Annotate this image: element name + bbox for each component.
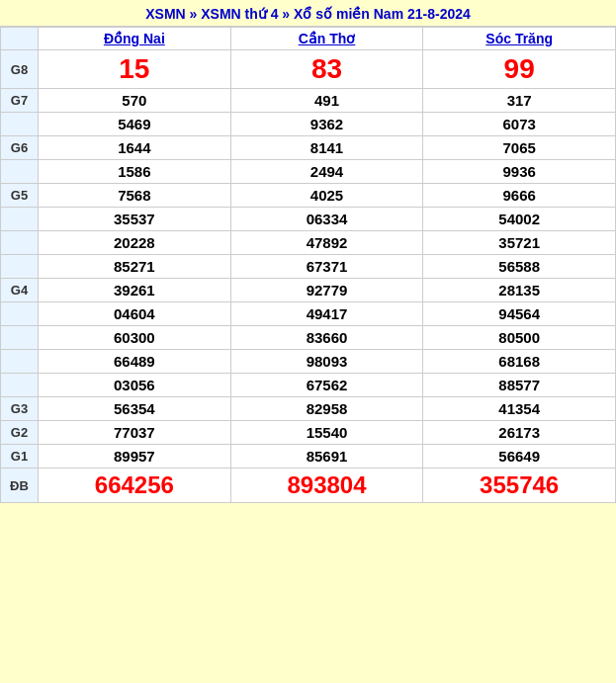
row-label: [1, 255, 39, 279]
row-label: G5: [1, 184, 39, 208]
row-value: 664256: [39, 469, 231, 503]
row-value: 83: [230, 50, 423, 89]
row-value: 39261: [39, 279, 231, 302]
row-label: [1, 302, 39, 326]
row-value: 35537: [39, 208, 231, 231]
row-label: ĐB: [1, 469, 39, 503]
row-value: 1586: [39, 160, 231, 184]
row-value: 8141: [230, 136, 423, 160]
row-label: G1: [1, 445, 39, 469]
table-row: 603008366080500: [1, 326, 616, 350]
row-value: 491: [230, 89, 423, 113]
row-value: 06334: [230, 208, 423, 231]
row-value: 92779: [230, 279, 423, 302]
row-value: 570: [39, 89, 231, 113]
row-value: 94564: [423, 302, 616, 326]
row-value: 80500: [423, 326, 616, 350]
table-row: 546993626073: [1, 113, 616, 136]
row-value: 56354: [39, 397, 231, 421]
row-value: 15: [39, 50, 231, 89]
sep2: »: [278, 6, 294, 22]
header-col3[interactable]: Sóc Trăng: [423, 28, 616, 50]
row-value: 4025: [230, 184, 423, 208]
row-value: 83660: [230, 326, 423, 350]
row-value: 9666: [423, 184, 616, 208]
row-value: 77037: [39, 421, 231, 445]
row-value: 03056: [39, 374, 231, 397]
table-row: G5756840259666: [1, 184, 616, 208]
page-title: Xổ số miền Nam 21-8-2024: [294, 6, 471, 22]
table-row: 158624949936: [1, 160, 616, 184]
row-value: 47892: [230, 231, 423, 255]
row-value: 5469: [39, 113, 231, 136]
row-value: 49417: [230, 302, 423, 326]
row-label: [1, 208, 39, 231]
row-value: 66489: [39, 350, 231, 374]
row-value: 99: [423, 50, 616, 89]
row-value: 35721: [423, 231, 616, 255]
row-label: G3: [1, 397, 39, 421]
row-value: 26173: [423, 421, 616, 445]
row-value: 82958: [230, 397, 423, 421]
row-value: 9936: [423, 160, 616, 184]
table-row: G4392619277928135: [1, 279, 616, 302]
row-label: [1, 326, 39, 350]
table-row: G7570491317: [1, 89, 616, 113]
row-value: 54002: [423, 208, 616, 231]
table-row: ĐB664256893804355746: [1, 469, 616, 503]
row-label: G8: [1, 50, 39, 89]
table-row: G3563548295841354: [1, 397, 616, 421]
row-value: 7568: [39, 184, 231, 208]
row-label: [1, 374, 39, 397]
row-label: G2: [1, 421, 39, 445]
row-value: 15540: [230, 421, 423, 445]
row-value: 893804: [230, 469, 423, 503]
row-label: [1, 350, 39, 374]
row-value: 67562: [230, 374, 423, 397]
row-value: 7065: [423, 136, 616, 160]
table-row: G2770371554026173: [1, 421, 616, 445]
row-value: 85271: [39, 255, 231, 279]
row-value: 04604: [39, 302, 231, 326]
table-row: 202284789235721: [1, 231, 616, 255]
site1-link[interactable]: XSMN: [145, 6, 185, 22]
table-row: G8158399: [1, 50, 616, 89]
site2-link[interactable]: XSMN thứ 4: [201, 6, 278, 22]
row-value: 355746: [423, 469, 616, 503]
header-label: [1, 28, 39, 50]
row-label: G7: [1, 89, 39, 113]
row-value: 68168: [423, 350, 616, 374]
table-row: 664899809368168: [1, 350, 616, 374]
row-value: 28135: [423, 279, 616, 302]
page-header: XSMN » XSMN thứ 4 » Xổ số miền Nam 21-8-…: [0, 0, 616, 27]
row-value: 2494: [230, 160, 423, 184]
lottery-table: Đồng Nai Cần Thơ Sóc Trăng G8158399G7570…: [0, 27, 616, 503]
row-label: G6: [1, 136, 39, 160]
header-col1[interactable]: Đồng Nai: [39, 28, 231, 50]
row-value: 85691: [230, 445, 423, 469]
table-row: 355370633454002: [1, 208, 616, 231]
row-label: [1, 231, 39, 255]
row-value: 20228: [39, 231, 231, 255]
row-value: 41354: [423, 397, 616, 421]
row-value: 9362: [230, 113, 423, 136]
row-value: 56649: [423, 445, 616, 469]
row-value: 67371: [230, 255, 423, 279]
table-row: G6164481417065: [1, 136, 616, 160]
row-value: 98093: [230, 350, 423, 374]
row-value: 56588: [423, 255, 616, 279]
table-row: 030566756288577: [1, 374, 616, 397]
row-value: 1644: [39, 136, 231, 160]
row-value: 60300: [39, 326, 231, 350]
row-value: 88577: [423, 374, 616, 397]
row-label: G4: [1, 279, 39, 302]
header-col2[interactable]: Cần Thơ: [230, 28, 423, 50]
row-value: 317: [423, 89, 616, 113]
row-value: 89957: [39, 445, 231, 469]
sep1: »: [186, 6, 202, 22]
table-row: G1899578569156649: [1, 445, 616, 469]
row-value: 6073: [423, 113, 616, 136]
table-row: 046044941794564: [1, 302, 616, 326]
row-label: [1, 113, 39, 136]
row-label: [1, 160, 39, 184]
